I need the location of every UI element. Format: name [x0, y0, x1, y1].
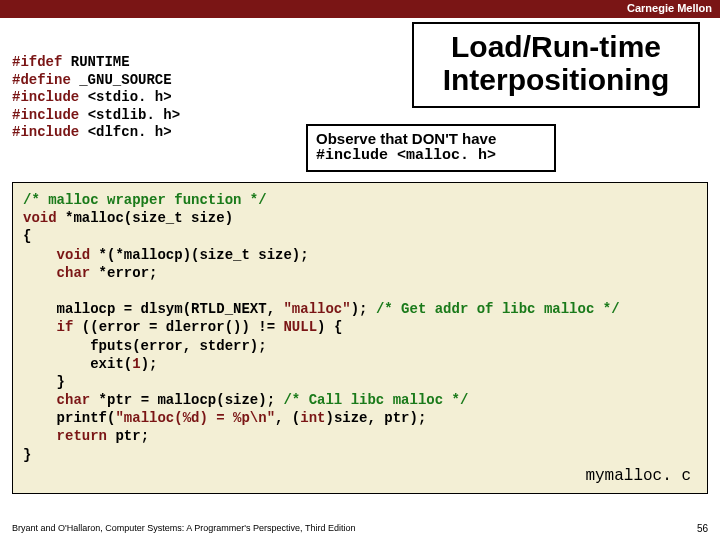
code-body: /* malloc wrapper function */ void *mall…: [23, 191, 697, 464]
code-listing: /* malloc wrapper function */ void *mall…: [12, 182, 708, 494]
page-number: 56: [697, 523, 708, 534]
slide-title-line2: Interpositioning: [424, 63, 688, 96]
observation-code: #include <malloc. h>: [316, 147, 546, 164]
brand-bar: Carnegie Mellon: [0, 0, 720, 18]
preamble-code: #ifdef RUNTIME #define _GNU_SOURCE #incl…: [12, 54, 252, 142]
brand-label: Carnegie Mellon: [627, 2, 712, 14]
slide-title-line1: Load/Run-time: [424, 30, 688, 63]
observation-text: Observe that DON'T have: [316, 130, 546, 147]
slide-footer: Bryant and O'Hallaron, Computer Systems:…: [12, 523, 708, 534]
source-filename: mymalloc. c: [23, 466, 697, 487]
footer-credit: Bryant and O'Hallaron, Computer Systems:…: [12, 523, 355, 534]
slide-title-box: Load/Run-time Interpositioning: [412, 22, 700, 108]
observation-callout: Observe that DON'T have #include <malloc…: [306, 124, 556, 172]
